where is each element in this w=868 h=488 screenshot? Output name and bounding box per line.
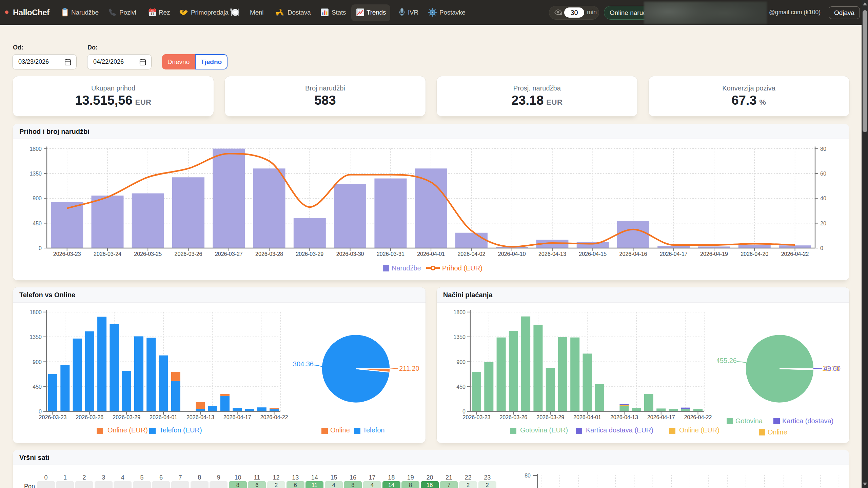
svg-text:Kartica (dostava): Kartica (dostava) (782, 417, 833, 425)
svg-text:Online: Online (768, 428, 787, 436)
svg-text:2026-03-30: 2026-03-30 (336, 251, 364, 257)
svg-text:2026-03-25: 2026-03-25 (134, 251, 162, 257)
svg-text:450: 450 (456, 384, 466, 390)
svg-text:2026-04-01: 2026-04-01 (150, 414, 177, 420)
svg-text:2026-04-17: 2026-04-17 (223, 414, 251, 420)
svg-text:1800: 1800 (453, 309, 466, 315)
svg-text:2026-04-01: 2026-04-01 (417, 251, 445, 257)
svg-text:211.20: 211.20 (399, 365, 419, 372)
svg-text:2026-03-26: 2026-03-26 (175, 251, 202, 257)
svg-text:2026-04-01: 2026-04-01 (573, 414, 601, 420)
svg-text:2026-04-19: 2026-04-19 (700, 251, 728, 257)
svg-text:2026-04-02: 2026-04-02 (457, 251, 485, 257)
svg-text:2026-04-17: 2026-04-17 (647, 414, 675, 420)
svg-text:2026-04-13: 2026-04-13 (186, 414, 214, 420)
svg-text:2026-04-13: 2026-04-13 (538, 251, 566, 257)
svg-text:0: 0 (820, 245, 823, 251)
svg-text:2026-03-24: 2026-03-24 (94, 251, 121, 257)
svg-text:2026-03-29: 2026-03-29 (536, 414, 564, 420)
svg-text:2026-03-27: 2026-03-27 (215, 251, 243, 257)
svg-text:80: 80 (525, 473, 531, 479)
svg-text:900: 900 (33, 359, 42, 365)
svg-text:2026-04-15: 2026-04-15 (579, 251, 607, 257)
svg-text:2026-03-23: 2026-03-23 (53, 251, 81, 257)
svg-text:13455.26: 13455.26 (708, 357, 736, 364)
svg-text:2026-03-28: 2026-03-28 (255, 251, 283, 257)
svg-text:60: 60 (820, 171, 826, 177)
svg-text:0: 0 (39, 245, 42, 251)
svg-text:Online (EUR): Online (EUR) (679, 426, 719, 434)
svg-text:450: 450 (33, 221, 42, 226)
svg-text:Narudžbe: Narudžbe (392, 264, 421, 272)
svg-text:Telefon (EUR): Telefon (EUR) (159, 426, 202, 434)
svg-text:2026-04-22: 2026-04-22 (260, 414, 288, 420)
svg-text:Kartica dostava (EUR): Kartica dostava (EUR) (586, 426, 653, 434)
svg-text:0: 0 (462, 409, 466, 414)
svg-text:Online (EUR): Online (EUR) (107, 426, 148, 434)
svg-text:2026-04-22: 2026-04-22 (684, 414, 712, 420)
svg-text:2026-03-23: 2026-03-23 (462, 414, 490, 420)
svg-text:Gotovina: Gotovina (735, 417, 763, 425)
svg-text:2026-04-13: 2026-04-13 (610, 414, 638, 420)
svg-text:49.60: 49.60 (824, 365, 841, 372)
svg-text:13304.36: 13304.36 (285, 360, 314, 368)
svg-text:2026-03-29: 2026-03-29 (113, 414, 140, 420)
svg-text:1350: 1350 (29, 334, 42, 340)
svg-text:17: 17 (151, 12, 155, 16)
svg-text:1800: 1800 (29, 309, 42, 315)
svg-text:2026-03-26: 2026-03-26 (76, 414, 103, 420)
svg-text:2026-04-22: 2026-04-22 (781, 251, 809, 257)
svg-text:2026-03-23: 2026-03-23 (39, 414, 67, 420)
svg-text:2026-04-17: 2026-04-17 (660, 251, 688, 257)
svg-text:1350: 1350 (29, 171, 42, 177)
svg-text:Online: Online (330, 426, 350, 434)
svg-text:Gotovina (EUR): Gotovina (EUR) (520, 426, 568, 434)
svg-text:20: 20 (820, 221, 826, 226)
svg-text:1350: 1350 (453, 334, 466, 340)
svg-text:900: 900 (456, 359, 466, 365)
svg-text:900: 900 (33, 196, 42, 201)
svg-text:0: 0 (39, 409, 42, 414)
svg-text:Telefon: Telefon (363, 426, 385, 434)
svg-text:450: 450 (33, 384, 42, 390)
svg-text:1800: 1800 (29, 146, 42, 152)
svg-text:2026-03-29: 2026-03-29 (296, 251, 323, 257)
svg-text:Prihod (EUR): Prihod (EUR) (442, 264, 482, 272)
svg-text:July: July (151, 9, 155, 12)
svg-text:2026-04-20: 2026-04-20 (741, 251, 768, 257)
svg-text:2026-03-31: 2026-03-31 (377, 251, 405, 257)
svg-text:2026-04-10: 2026-04-10 (498, 251, 526, 257)
svg-text:2026-04-16: 2026-04-16 (619, 251, 647, 257)
svg-text:40: 40 (820, 196, 826, 201)
svg-text:80: 80 (820, 146, 826, 152)
svg-text:2026-03-26: 2026-03-26 (499, 414, 527, 420)
